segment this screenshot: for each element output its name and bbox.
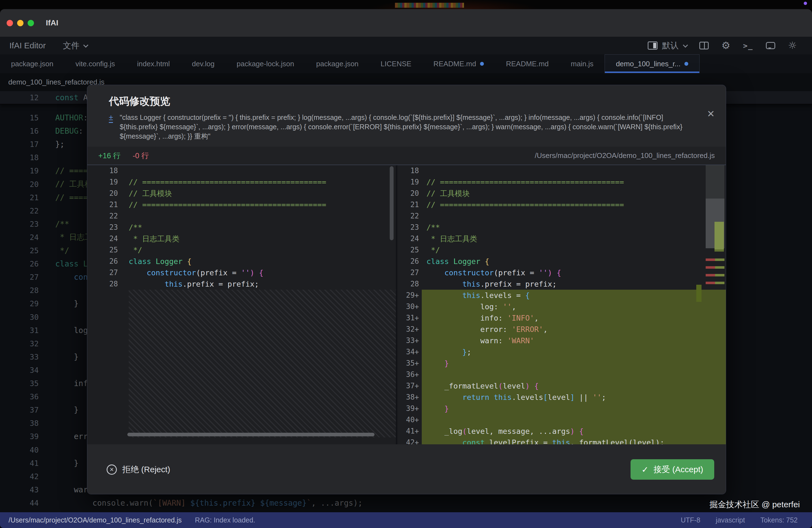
tab-demo-100-lines-r-[interactable]: demo_100_lines_r...	[605, 54, 700, 73]
app-window: IfAI IfAI Editor 文件 默认 ⚙ >_ ☼ packag	[0, 9, 812, 528]
line-number: 21	[0, 193, 39, 202]
tab-package-json[interactable]: package.json	[305, 54, 369, 73]
tab-readme-md[interactable]: README.md	[495, 54, 560, 73]
removed-lines-count: -0 行	[133, 151, 149, 161]
modal-description: "class Logger { constructor(prefix = '')…	[120, 113, 684, 141]
diff-pane-modified[interactable]: 1819// =================================…	[397, 165, 726, 444]
line-number: 16	[0, 127, 39, 135]
line-number: 17	[0, 140, 39, 149]
accept-button-label: 接受 (Accept)	[653, 464, 703, 475]
minimap-added-mark	[715, 282, 724, 284]
window-titlebar[interactable]: IfAI	[0, 9, 812, 37]
diff-line-number: 36+	[397, 369, 422, 380]
minimap-removed-mark	[706, 274, 715, 276]
status-encoding[interactable]: UTF-8	[681, 516, 700, 524]
close-icon[interactable]: ✕	[707, 108, 715, 119]
diff-line-number: 20	[87, 188, 122, 199]
close-window-button[interactable]	[6, 20, 13, 26]
diff-line-context: 21// ===================================…	[397, 199, 726, 210]
tab-package-lock-json[interactable]: package-lock.json	[226, 54, 305, 73]
diff-line-number: 23	[87, 222, 122, 233]
diff-line-context: 19// ===================================…	[87, 176, 396, 188]
tab-license[interactable]: LICENSE	[369, 54, 422, 73]
line-number: 42	[0, 472, 39, 481]
diff-line-context: 19// ===================================…	[397, 176, 726, 188]
tab-main-js[interactable]: main.js	[560, 54, 605, 73]
diff-line-number: 26	[397, 256, 422, 267]
diff-line-context: 25 */	[87, 245, 396, 256]
diff-pane-original[interactable]: 1819// =================================…	[87, 165, 396, 444]
tab-label: main.js	[571, 60, 594, 68]
layout-preset-label: 默认	[662, 40, 679, 52]
diff-line-context: 18	[397, 165, 726, 176]
diff-line-number: 25	[397, 245, 422, 256]
diff-line-context: 28 this.prefix = prefix;	[87, 278, 396, 290]
split-editor-icon[interactable]	[699, 42, 709, 49]
diff-line-added: 32+ error: 'ERROR',	[397, 324, 726, 335]
layout-preset-dropdown[interactable]: 默认	[648, 40, 686, 52]
file-menu[interactable]: 文件	[63, 40, 87, 52]
file-menu-label: 文件	[63, 40, 79, 52]
line-number: 15	[0, 114, 39, 122]
diff-line-number: 28	[397, 278, 422, 290]
diff-line-number: 33+	[397, 335, 422, 346]
minimap[interactable]	[706, 165, 724, 444]
tab-index-html[interactable]: index.html	[126, 54, 181, 73]
vertical-scrollbar[interactable]	[390, 166, 394, 240]
diff-line-context: 20// 工具模块	[397, 188, 726, 199]
status-language[interactable]: javascript	[716, 516, 745, 524]
diff-line-added: 31+ info: 'INFO',	[397, 312, 726, 324]
horizontal-scrollbar[interactable]	[127, 433, 375, 436]
minimap-removed-mark	[706, 266, 715, 269]
line-number: 41	[0, 459, 39, 468]
status-file-path: /Users/mac/project/O2OA/demo_100_lines_r…	[9, 516, 182, 524]
diff-line-context: 22	[87, 210, 396, 222]
status-rag-indicator: RAG: Index loaded.	[195, 516, 255, 524]
gear-icon[interactable]: ⚙	[721, 41, 730, 50]
code-line: 45 }	[0, 510, 812, 512]
zoom-window-button[interactable]	[28, 20, 34, 26]
line-number: 25	[0, 246, 39, 255]
diff-file-path: /Users/mac/project/O2OA/demo_100_lines_r…	[535, 151, 715, 160]
tab-vite-config-js[interactable]: vite.config.js	[64, 54, 126, 73]
accept-button[interactable]: ✓ 接受 (Accept)	[630, 459, 714, 480]
line-number: 43	[0, 485, 39, 494]
diff-line-added: 35+ }	[397, 357, 726, 369]
diff-line-number: 34+	[397, 346, 422, 357]
line-number: 12	[0, 93, 39, 102]
line-number: 27	[0, 273, 39, 281]
line-number: 24	[0, 233, 39, 241]
diff-line-context: 26class Logger {	[87, 256, 396, 267]
diff-line-context: 28 this.prefix = prefix;	[397, 278, 726, 290]
tab-label: vite.config.js	[75, 60, 115, 68]
theme-toggle-sun-icon[interactable]: ☼	[788, 41, 797, 50]
diff-plusminus-icon: ±	[109, 114, 113, 123]
code-change-preview-modal: 代码修改预览 ± "class Logger { constructor(pre…	[87, 85, 726, 494]
diff-line-added: 37+ _formatLevel(level) {	[397, 380, 726, 392]
diff-line-number: 41+	[397, 426, 422, 437]
diff-line-number: 29+	[397, 290, 422, 301]
diff-line-context: 25 */	[397, 245, 726, 256]
diff-line-number: 22	[87, 210, 122, 222]
line-number: 31	[0, 326, 39, 335]
diff-line-number: 18	[397, 165, 422, 176]
tab-package-json[interactable]: package.json	[0, 54, 64, 73]
terminal-icon[interactable]: >_	[743, 41, 753, 50]
code-line: 44 console.warn(`[WARN] ${this.prefix} $…	[0, 496, 812, 510]
diff-line-number: 38+	[397, 392, 422, 403]
line-number: 37	[0, 406, 39, 414]
reject-button[interactable]: ✕ 拒绝 (Reject)	[106, 464, 170, 475]
tab-label: package.json	[316, 60, 359, 68]
diff-view: 1819// =================================…	[87, 165, 726, 444]
app-name-label: IfAI Editor	[10, 41, 46, 50]
line-number: 38	[0, 419, 39, 427]
chat-icon[interactable]	[766, 42, 775, 49]
minimize-window-button[interactable]	[17, 20, 24, 26]
tab-label: dev.log	[192, 60, 215, 68]
tab-dev-log[interactable]: dev.log	[181, 54, 226, 73]
line-number: 44	[0, 499, 39, 507]
modal-footer: ✕ 拒绝 (Reject) ✓ 接受 (Accept)	[87, 444, 726, 494]
menubar-status-dot	[804, 2, 807, 5]
tab-readme-md[interactable]: README.md	[422, 54, 495, 73]
tab-label: README.md	[506, 60, 549, 68]
